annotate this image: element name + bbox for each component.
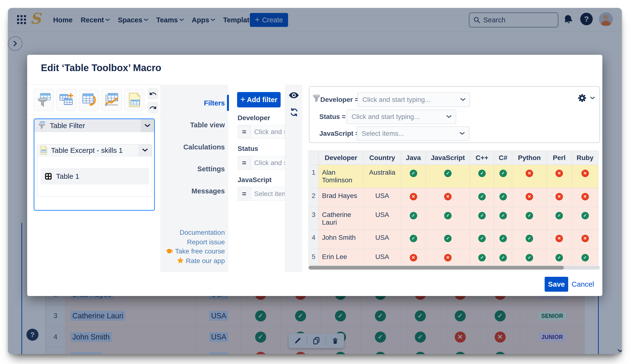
- skill-status-icon: [478, 235, 486, 242]
- plus-icon: +: [240, 94, 245, 104]
- table-grid-icon: [45, 173, 52, 180]
- take-free-course-link[interactable]: Take free course: [151, 247, 225, 256]
- add-table-icon: [59, 92, 74, 107]
- operator-select[interactable]: =: [238, 187, 251, 201]
- skill-status-icon: [444, 254, 452, 261]
- active-tab-indicator: [227, 95, 229, 111]
- dialog-title: Edit ‘Table Toolbox’ Macro: [41, 62, 161, 73]
- preview-table: Developer Country Java JavaScript C++ C#…: [308, 151, 598, 265]
- tree-node-table-1[interactable]: Table 1: [41, 168, 149, 184]
- tree-child-table-excerpt: Table Excerpt - skills 1 Table 1: [37, 144, 152, 197]
- add-filter-button[interactable]: + Add filter: [237, 92, 280, 107]
- skill-status-icon: [556, 235, 563, 242]
- undo-button[interactable]: [148, 88, 158, 99]
- tab-settings[interactable]: Settings: [161, 165, 225, 173]
- developer-filter-select[interactable]: Click and start typing...: [358, 92, 470, 107]
- skill-status-icon: [444, 170, 452, 177]
- operator-select[interactable]: =: [238, 125, 251, 139]
- refresh-button[interactable]: [290, 108, 299, 118]
- skill-status-icon: [478, 193, 486, 200]
- tree-node-table-excerpt[interactable]: Table Excerpt - skills 1: [38, 144, 152, 156]
- tab-table-view[interactable]: Table view: [161, 121, 225, 129]
- tree-node-dropdown[interactable]: [138, 144, 152, 156]
- filter-field-label: Developer: [238, 114, 270, 122]
- skill-status-icon: [410, 193, 417, 200]
- filter-field-status: =: [238, 156, 285, 170]
- tree-node-label: Table Filter: [50, 122, 85, 130]
- cancel-button[interactable]: Cancel: [572, 280, 594, 288]
- preview-filter-label: Status =: [319, 110, 346, 124]
- skill-status-icon: [500, 235, 507, 242]
- save-button[interactable]: Save: [545, 277, 568, 292]
- funnel-icon: [312, 94, 320, 103]
- skill-status-icon: [444, 235, 452, 242]
- skill-status-icon: [582, 170, 589, 177]
- table-excerpt-macro-button[interactable]: [124, 89, 144, 111]
- skill-status-icon: [582, 254, 589, 261]
- skill-status-icon: [582, 193, 589, 200]
- tab-messages[interactable]: Messages: [161, 187, 225, 195]
- tree-node-table-filter[interactable]: Table Filter: [34, 119, 154, 132]
- skill-status-icon: [556, 170, 563, 177]
- documentation-link[interactable]: Documentation: [151, 229, 225, 237]
- skill-status-icon: [478, 170, 486, 177]
- operator-select[interactable]: =: [238, 156, 251, 170]
- screenshot-frame: S Home Recent Spaces Teams Apps Template…: [0, 0, 630, 364]
- skill-status-icon: [478, 254, 486, 261]
- skill-status-icon: [500, 170, 507, 177]
- table-row: 5 Erin Lee USA: [309, 249, 598, 265]
- table-transformer-icon: [82, 92, 96, 107]
- chevron-down-icon: [590, 97, 595, 99]
- horizontal-scrollbar-thumb[interactable]: [308, 266, 564, 270]
- table-excerpt-icon: [127, 92, 142, 107]
- chevron-down-icon: [145, 124, 150, 127]
- redo-button[interactable]: [148, 102, 158, 113]
- funnel-icon: [38, 121, 46, 130]
- skill-status-icon: [526, 170, 533, 177]
- preview-settings-button[interactable]: [577, 93, 595, 103]
- javascript-filter-select[interactable]: Select items...: [357, 126, 469, 141]
- chevron-down-icon: [460, 98, 465, 101]
- preview-toggle-button[interactable]: [289, 92, 299, 99]
- filter-value-input[interactable]: [251, 187, 285, 201]
- skill-status-icon: [556, 254, 563, 261]
- eye-icon: [289, 92, 299, 98]
- gear-icon: [577, 93, 588, 103]
- chevron-down-icon: [460, 132, 464, 135]
- skill-status-icon: [526, 193, 533, 200]
- chart-from-table-macro-button[interactable]: [102, 89, 122, 111]
- preview-filter-label: JavaScript =: [319, 126, 359, 141]
- excerpt-doc-icon: [40, 146, 48, 155]
- skill-status-icon: [500, 212, 507, 219]
- table-row: 3 Catherine Lauri USA: [309, 207, 598, 230]
- skill-status-icon: [582, 235, 589, 242]
- star-icon: [177, 257, 184, 266]
- preview-table-header: Developer Country Java JavaScript C++ C#…: [309, 151, 598, 165]
- rate-our-app-link[interactable]: Rate our app: [151, 257, 225, 266]
- tree-node-dropdown[interactable]: [141, 119, 154, 132]
- table-transformer-macro-button[interactable]: [79, 89, 99, 111]
- chevron-down-icon: [446, 115, 451, 118]
- macro-toolbar: [27, 85, 161, 115]
- tab-calculations[interactable]: Calculations: [161, 143, 225, 151]
- filter-value-input[interactable]: [251, 125, 285, 139]
- chart-from-table-icon: [104, 92, 119, 107]
- table-row: 1 Alan Tomlinson Australia: [309, 165, 598, 188]
- status-filter-select[interactable]: Click and start typing...: [347, 110, 456, 124]
- report-issue-link[interactable]: Report issue: [151, 238, 225, 246]
- skill-status-icon: [410, 235, 417, 242]
- filter-value-input[interactable]: [251, 156, 285, 170]
- skill-status-icon: [410, 254, 417, 261]
- skill-status-icon: [556, 212, 563, 219]
- app-window: S Home Recent Spaces Teams Apps Template…: [8, 8, 622, 354]
- skill-status-icon: [526, 212, 533, 219]
- table-filter-macro-button[interactable]: [34, 89, 54, 111]
- chevron-down-icon: [142, 149, 148, 152]
- skill-status-icon: [444, 212, 452, 219]
- add-table-macro-button[interactable]: [56, 89, 76, 111]
- tab-filters[interactable]: Filters: [161, 99, 225, 107]
- table-toolbox-macro-dialog: Edit ‘Table Toolbox’ Macro: [27, 55, 602, 296]
- tree-node-label: Table 1: [56, 172, 79, 180]
- skill-status-icon: [526, 235, 533, 242]
- skill-status-icon: [500, 254, 507, 261]
